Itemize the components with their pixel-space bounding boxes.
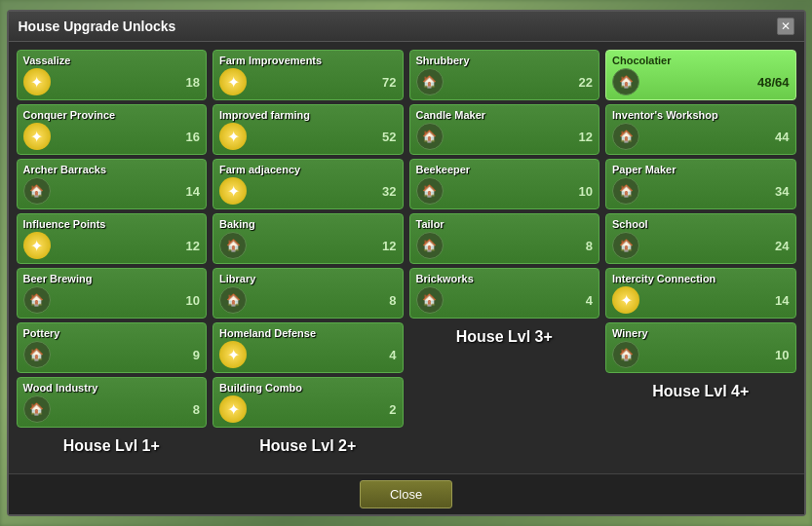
upgrade-card[interactable]: School🏠24 <box>605 213 796 264</box>
upgrade-card[interactable]: Farm adjacency✦32 <box>213 159 404 209</box>
upgrade-card[interactable]: Baking🏠12 <box>213 213 404 264</box>
card-name: Winery <box>612 327 790 339</box>
misc-icon: 🏠 <box>612 123 639 150</box>
upgrade-card[interactable]: Intercity Connection✦14 <box>605 268 796 319</box>
column-3: Shrubbery🏠22Candle Maker🏠12Beekeeper🏠10T… <box>409 50 600 466</box>
card-value: 48/64 <box>757 75 790 90</box>
dialog-title: House Upgrade Unlocks <box>19 19 176 34</box>
card-name: Baking <box>219 218 397 230</box>
column-2: Farm Improvements✦72Improved farming✦52F… <box>213 50 404 466</box>
card-value: 8 <box>193 402 200 417</box>
dialog-footer: Close <box>9 473 804 514</box>
upgrade-card[interactable]: Vassalize✦18 <box>17 50 208 100</box>
upgrade-card[interactable]: Conquer Province✦16 <box>17 104 208 155</box>
column-label-1: House Lvl 1+ <box>17 432 208 461</box>
star-icon: ✦ <box>219 177 247 205</box>
misc-icon: 🏠 <box>416 68 444 95</box>
card-name: Farm Improvements <box>219 55 397 66</box>
card-name: Library <box>219 273 397 284</box>
column-label-4: House Lvl 4+ <box>605 377 796 406</box>
card-value: 12 <box>382 239 396 253</box>
star-icon: ✦ <box>219 395 247 423</box>
column-label-3: House Lvl 3+ <box>409 322 600 352</box>
upgrade-card[interactable]: Paper Maker🏠34 <box>605 159 796 209</box>
card-value: 10 <box>775 348 789 362</box>
misc-icon: 🏠 <box>219 232 247 259</box>
upgrade-card[interactable]: Pottery🏠9 <box>17 322 208 373</box>
card-name: Shrubbery <box>416 55 594 66</box>
card-value: 34 <box>775 184 789 199</box>
card-value: 44 <box>775 130 789 144</box>
misc-icon: 🏠 <box>612 232 639 259</box>
card-name: Building Combo <box>219 382 397 394</box>
upgrade-card[interactable]: Archer Barracks🏠14 <box>17 159 208 209</box>
misc-icon: 🏠 <box>219 286 247 314</box>
card-name: Wood Industry <box>23 382 201 394</box>
card-name: Candle Maker <box>416 109 594 121</box>
card-name: Improved farming <box>219 109 397 121</box>
card-value: 2 <box>389 402 396 417</box>
star-icon: ✦ <box>23 232 51 259</box>
card-value: 4 <box>586 293 593 308</box>
upgrade-card[interactable]: Shrubbery🏠22 <box>409 50 600 100</box>
card-value: 14 <box>186 184 200 199</box>
upgrade-card[interactable]: Winery🏠10 <box>605 322 796 373</box>
card-name: School <box>612 218 790 230</box>
star-icon: ✦ <box>219 123 247 150</box>
misc-icon: 🏠 <box>416 286 444 314</box>
upgrade-card[interactable]: Inventor's Workshop🏠44 <box>605 104 796 155</box>
title-bar: House Upgrade Unlocks ✕ <box>9 12 804 42</box>
upgrade-card[interactable]: Improved farming✦52 <box>213 104 404 155</box>
upgrade-card[interactable]: Homeland Defense✦4 <box>213 322 404 373</box>
card-name: Chocolatier <box>612 55 790 66</box>
card-name: Farm adjacency <box>219 164 397 175</box>
card-value: 9 <box>193 348 200 362</box>
column-4: Chocolatier🏠48/64Inventor's Workshop🏠44P… <box>605 50 796 466</box>
card-value: 18 <box>186 75 200 90</box>
upgrade-card[interactable]: Tailor🏠8 <box>409 213 600 264</box>
misc-icon: 🏠 <box>416 232 444 259</box>
card-value: 52 <box>382 130 396 144</box>
card-name: Paper Maker <box>612 164 790 175</box>
star-icon: ✦ <box>23 68 51 95</box>
upgrade-card[interactable]: Building Combo✦2 <box>213 377 404 428</box>
card-value: 16 <box>186 130 200 144</box>
card-name: Pottery <box>23 327 201 339</box>
card-name: Vassalize <box>23 55 201 66</box>
star-icon: ✦ <box>219 341 247 368</box>
star-icon: ✦ <box>219 68 247 95</box>
upgrade-card[interactable]: Chocolatier🏠48/64 <box>605 50 796 100</box>
star-icon: ✦ <box>23 123 51 150</box>
upgrade-card[interactable]: Wood Industry🏠8 <box>17 377 208 428</box>
upgrade-card[interactable]: Beer Brewing🏠10 <box>17 268 208 319</box>
upgrade-card[interactable]: Beekeeper🏠10 <box>409 159 600 209</box>
column-1: Vassalize✦18Conquer Province✦16Archer Ba… <box>17 50 208 466</box>
card-value: 8 <box>586 239 593 253</box>
card-value: 12 <box>579 130 593 144</box>
upgrade-card[interactable]: Candle Maker🏠12 <box>409 104 600 155</box>
card-name: Beer Brewing <box>23 273 201 284</box>
card-value: 10 <box>186 293 200 308</box>
card-value: 72 <box>382 75 396 90</box>
card-name: Beekeeper <box>416 164 594 175</box>
misc-icon: 🏠 <box>612 68 639 95</box>
card-value: 4 <box>389 348 396 362</box>
star-icon: ✦ <box>612 286 639 314</box>
card-name: Influence Points <box>23 218 201 230</box>
card-name: Brickworks <box>416 273 594 284</box>
card-value: 24 <box>775 239 789 253</box>
card-name: Intercity Connection <box>612 273 790 284</box>
upgrade-card[interactable]: Brickworks🏠4 <box>409 268 600 319</box>
card-value: 32 <box>382 184 396 199</box>
content-area: Vassalize✦18Conquer Province✦16Archer Ba… <box>9 42 804 473</box>
upgrade-card[interactable]: Influence Points✦12 <box>17 213 208 264</box>
card-value: 22 <box>579 75 593 90</box>
upgrade-card[interactable]: Farm Improvements✦72 <box>213 50 404 100</box>
upgrade-card[interactable]: Library🏠8 <box>213 268 404 319</box>
card-value: 8 <box>389 293 396 308</box>
card-name: Inventor's Workshop <box>612 109 790 121</box>
dialog-close-button[interactable]: ✕ <box>777 18 794 35</box>
close-footer-button[interactable]: Close <box>360 480 452 508</box>
card-value: 14 <box>775 293 789 308</box>
misc-icon: 🏠 <box>23 286 51 314</box>
